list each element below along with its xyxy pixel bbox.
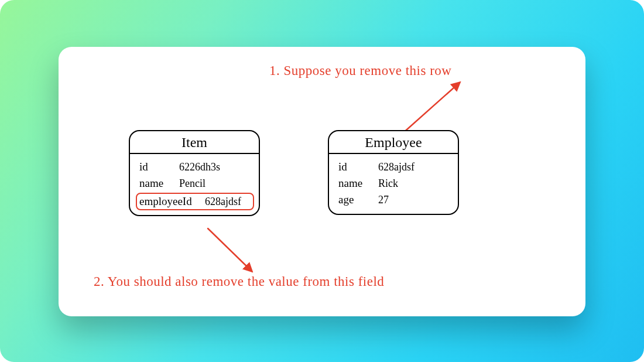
entity-employee-title: Employee [329, 131, 458, 154]
item-row-name: name Pencil [138, 175, 252, 192]
entity-item-title: Item [130, 131, 259, 154]
item-id-key: id [139, 160, 173, 173]
item-empid-value: 628ajdsf [205, 196, 241, 208]
annotation-bottom: 2. You should also remove the value from… [94, 274, 384, 289]
employee-row-age: age 27 [337, 192, 451, 208]
annotation-top: 1. Suppose you remove this row [269, 63, 451, 78]
employee-age-key: age [338, 193, 372, 206]
employee-row-name: name Rick [337, 175, 451, 192]
arrow-to-field-annotation [190, 227, 278, 280]
arrow-to-employee-row [381, 79, 486, 138]
item-name-key: name [139, 177, 173, 190]
svg-line-1 [208, 228, 252, 271]
employee-age-value: 27 [378, 194, 389, 206]
entity-employee: Employee id 628ajdsf name Rick age 27 [328, 130, 459, 215]
employee-row-id: id 628ajdsf [337, 159, 451, 175]
entity-item: Item id 6226dh3s name Pencil employeeId … [129, 130, 260, 216]
gradient-stage: 1. Suppose you remove this row Item id 6… [0, 0, 644, 362]
svg-line-0 [401, 83, 460, 135]
employee-name-value: Rick [378, 177, 398, 190]
employee-id-value: 628ajdsf [378, 161, 415, 173]
item-id-value: 6226dh3s [179, 161, 220, 173]
diagram-card: 1. Suppose you remove this row Item id 6… [59, 47, 585, 316]
item-row-id: id 6226dh3s [138, 159, 252, 175]
employee-name-key: name [338, 177, 372, 190]
employee-id-key: id [338, 160, 372, 173]
item-row-employeeid-highlighted: employeeId 628ajdsf [136, 193, 254, 210]
item-empid-key: employeeId [139, 195, 199, 208]
item-name-value: Pencil [179, 177, 205, 190]
